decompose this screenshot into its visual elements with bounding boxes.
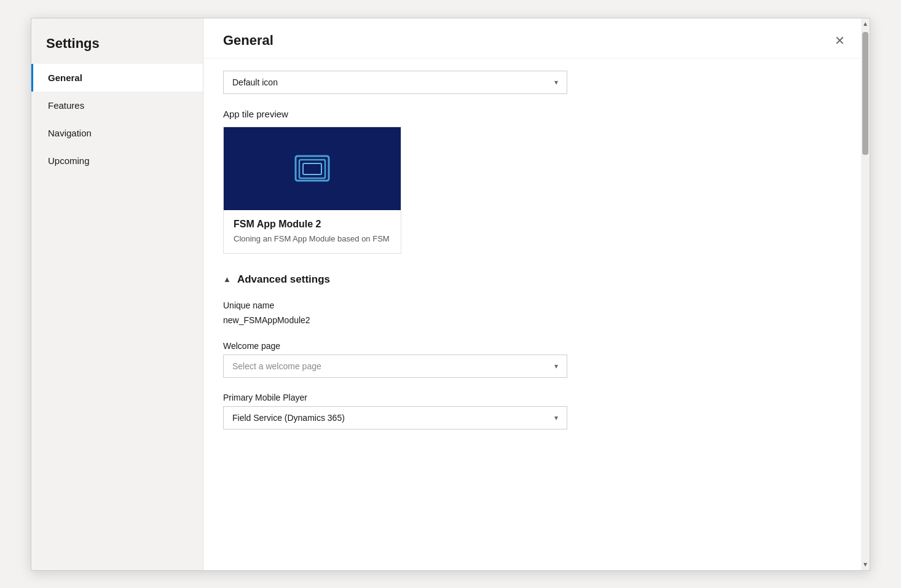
unique-name-label: Unique name (223, 300, 850, 310)
welcome-page-dropdown[interactable]: Select a welcome page ▾ (223, 355, 567, 378)
welcome-page-field: Welcome page Select a welcome page ▾ (223, 341, 850, 378)
primary-mobile-player-dropdown[interactable]: Field Service (Dynamics 365) ▾ (223, 406, 567, 429)
app-tile-preview-section: App tile preview FSM App Module 2 C (223, 109, 850, 254)
scroll-rail: ▲ ▼ (861, 18, 870, 570)
welcome-page-placeholder: Select a welcome page (232, 361, 321, 371)
close-button[interactable]: ✕ (830, 31, 850, 50)
icon-dropdown-value: Default icon (232, 77, 278, 87)
app-tile-info: FSM App Module 2 Cloning an FSM App Modu… (224, 210, 401, 253)
page-title: General (223, 33, 273, 49)
chevron-down-icon: ▾ (554, 78, 558, 87)
icon-dropdown-wrapper: Default icon ▾ (223, 71, 850, 94)
primary-mobile-player-field: Primary Mobile Player Field Service (Dyn… (223, 393, 850, 429)
svg-rect-2 (303, 163, 321, 174)
sidebar: Settings General Features Navigation Upc… (31, 18, 203, 570)
sidebar-item-features[interactable]: Features (31, 92, 203, 119)
scroll-thumb[interactable] (862, 32, 868, 155)
scroll-up-button[interactable]: ▲ (861, 18, 870, 29)
chevron-down-icon: ▾ (554, 362, 558, 370)
app-tile-preview-label: App tile preview (223, 109, 850, 119)
fsm-app-icon (291, 150, 334, 187)
welcome-page-label: Welcome page (223, 341, 850, 351)
sidebar-item-navigation[interactable]: Navigation (31, 119, 203, 147)
sidebar-item-upcoming[interactable]: Upcoming (31, 147, 203, 174)
app-tile: FSM App Module 2 Cloning an FSM App Modu… (223, 127, 401, 254)
sidebar-title: Settings (31, 28, 203, 64)
scroll-down-button[interactable]: ▼ (861, 559, 870, 570)
advanced-settings-label: Advanced settings (237, 273, 330, 286)
app-tile-description: Cloning an FSM App Module based on FSM (234, 233, 391, 245)
primary-mobile-player-label: Primary Mobile Player (223, 393, 850, 402)
unique-name-value: new_FSMAppModule2 (223, 314, 850, 326)
chevron-down-icon: ▾ (554, 414, 558, 422)
main-content: General ✕ Default icon ▾ App tile previe… (203, 18, 870, 570)
primary-mobile-player-value: Field Service (Dynamics 365) (232, 413, 345, 423)
advanced-settings-header[interactable]: ▲ Advanced settings (223, 273, 850, 286)
settings-dialog: Settings General Features Navigation Upc… (31, 18, 870, 571)
main-header: General ✕ (203, 18, 870, 58)
app-tile-image (224, 127, 401, 210)
collapse-icon: ▲ (223, 275, 231, 284)
icon-dropdown[interactable]: Default icon ▾ (223, 71, 567, 94)
app-tile-name: FSM App Module 2 (234, 219, 391, 230)
unique-name-field: Unique name new_FSMAppModule2 (223, 300, 850, 326)
sidebar-item-general[interactable]: General (31, 64, 203, 92)
scroll-area[interactable]: Default icon ▾ App tile preview (203, 58, 870, 570)
